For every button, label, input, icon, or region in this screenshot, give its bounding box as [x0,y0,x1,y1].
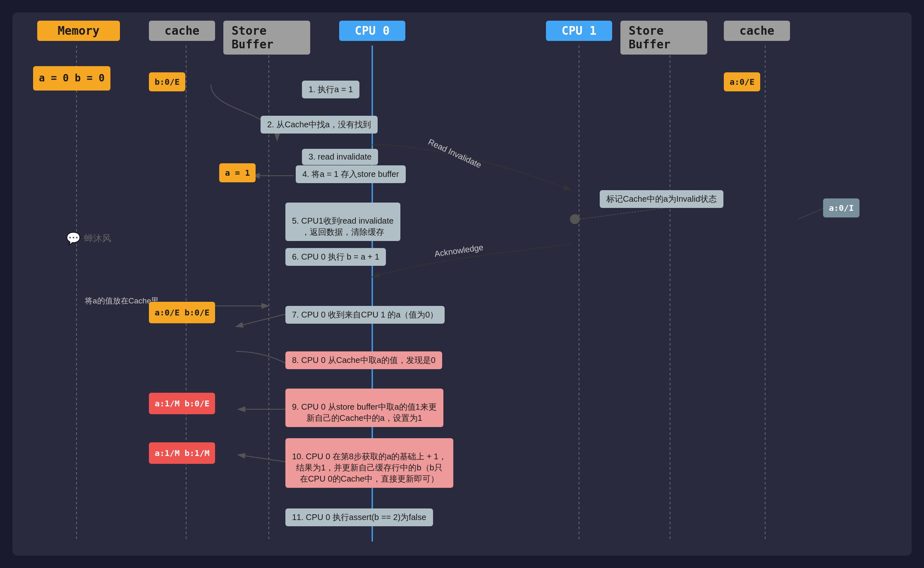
store-buffer-a1: a = 1 [219,163,256,182]
cache-left-state2-text: a:1/M b:0/E [155,399,209,408]
store-buffer-left-label: Store Buffer [232,24,302,51]
read-invalidate-annotation: Read Invalidate [427,137,483,170]
cache-left-state1: a:0/E b:0/E [149,302,215,323]
cache-left-initial-text: b:0/E [155,77,180,87]
step5-text: 5. CPU1收到read invalidate ，返回数据，清除缓存 [292,216,394,236]
cache-left-state1-text: a:0/E b:0/E [155,308,209,317]
cpu0-header: CPU 0 [339,21,405,41]
svg-line-12 [236,314,285,327]
step11-text: 11. CPU 0 执行assert(b == 2)为false [292,513,426,522]
put-a-in-cache-annotation: 将a的值放在Cache里 [85,296,159,306]
svg-line-16 [580,207,674,219]
cache-right-initial: a:0/E [724,72,760,91]
cache-right-label: cache [740,24,774,38]
cache-left-label: cache [165,24,199,38]
step8-box: 8. CPU 0 从Cache中取a的值，发现是0 [285,351,442,369]
cache-right-initial-text: a:0/E [730,77,754,87]
step1-text: 1. 执行a = 1 [309,85,353,94]
memory-values: a = 0 b = 0 [33,66,110,91]
watermark: 💬 蝉沐风 [66,231,111,245]
step3-text: 3. read invalidate [309,152,371,161]
step1-box: 1. 执行a = 1 [302,81,359,98]
step7-text: 7. CPU 0 收到来自CPU 1 的a（值为0） [292,310,438,319]
store-buffer-left-header: Store Buffer [223,21,310,55]
step8-text: 8. CPU 0 从Cache中取a的值，发现是0 [292,356,436,365]
cache-left-state2: a:1/M b:0/E [149,393,215,414]
step2-text: 2. 从Cache中找a，没有找到 [267,120,371,129]
step6-text: 6. CPU 0 执行 b = a + 1 [292,252,379,261]
step4-box: 4. 将a = 1 存入store buffer [296,165,406,183]
acknowledge-text: Acknowledge [434,243,484,258]
cpu1-header: CPU 1 [546,21,612,41]
memory-header: Memory [37,21,120,41]
step3-box: 3. read invalidate [302,149,378,165]
memory-values-text: a = 0 b = 0 [39,72,105,84]
step2-box: 2. 从Cache中找a，没有找到 [261,116,378,134]
store-buffer-a1-text: a = 1 [225,168,250,178]
cache-right-invalid: a:0/I [823,198,859,217]
cache-left-state3-text: a:1/M b:1/M [155,448,209,458]
step10-text: 10. CPU 0 在第8步获取的a的基础上 + 1， 结果为1，并更新自己缓存… [292,452,447,483]
cache-left-header: cache [149,21,215,41]
cache-right-invalid-text: a:0/I [829,203,854,213]
step9-text: 9. CPU 0 从store buffer中取a的值1来更 新自己的Cache… [292,402,437,422]
mark-invalid-box: 标记Cache中的a为Invalid状态 [600,190,723,208]
cache-left-initial: b:0/E [149,72,185,91]
put-a-in-cache-text: 将a的值放在Cache里 [85,296,159,305]
step4-text: 4. 将a = 1 存入store buffer [302,169,399,179]
memory-label: Memory [57,24,99,38]
cache-right-header: cache [724,21,790,41]
mark-invalid-text: 标记Cache中的a为Invalid状态 [606,194,717,203]
cpu1-label: CPU 1 [562,24,596,38]
step9-box: 9. CPU 0 从store buffer中取a的值1来更 新自己的Cache… [285,389,443,427]
step5-box: 5. CPU1收到read invalidate ，返回数据，清除缓存 [285,203,400,241]
read-invalidate-text: Read Invalidate [427,137,483,170]
step6-box: 6. CPU 0 执行 b = a + 1 [285,248,386,266]
acknowledge-annotation: Acknowledge [434,243,484,259]
step10-box: 10. CPU 0 在第8步获取的a的基础上 + 1， 结果为1，并更新自己缓存… [285,438,453,488]
watermark-text: 蝉沐风 [84,232,111,245]
store-buffer-right-label: Store Buffer [629,24,699,51]
step11-box: 11. CPU 0 执行assert(b == 2)为false [285,508,433,526]
step7-box: 7. CPU 0 收到来自CPU 1 的a（值为0） [285,306,445,324]
cpu0-label: CPU 0 [355,24,390,38]
store-buffer-right-header: Store Buffer [620,21,707,55]
cache-left-state3: a:1/M b:1/M [149,442,215,464]
svg-point-15 [570,214,580,224]
